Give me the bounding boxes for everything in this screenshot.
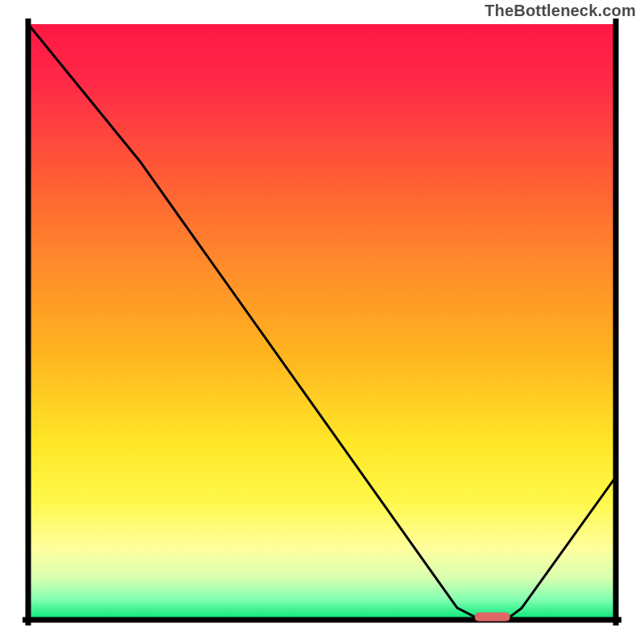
gradient-background <box>28 24 616 620</box>
bottleneck-chart <box>0 0 644 644</box>
watermark-text: TheBottleneck.com <box>485 2 636 20</box>
chart-container: TheBottleneck.com <box>0 0 644 644</box>
optimal-range-marker <box>475 613 510 621</box>
